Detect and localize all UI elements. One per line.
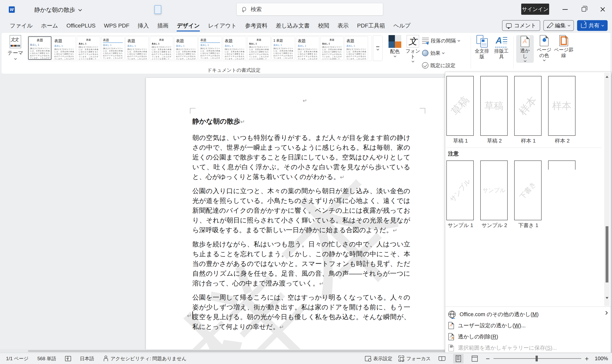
style-set-title: 表題	[225, 38, 245, 44]
ribbon-tabs: ファイル ホーム OfficePLUS WPS PDF 挿入	[0, 20, 415, 31]
ribbon-tab-label: ファイル	[10, 23, 33, 29]
effects-label: 効果	[430, 50, 440, 56]
editing-mode-button[interactable]: 編集	[543, 20, 574, 31]
document-page[interactable]: 样本 ↵ 静かな朝の散歩↵ 朝の空気は、いつも特別な香りがする。まだ人々が目を覚…	[146, 78, 493, 364]
style-set-item[interactable]: 表題 見出し 1 [挿入] タブのギャラリーには、文書全体の体裁に合わせて調整す…	[223, 36, 246, 60]
word-app-icon[interactable]: W	[9, 5, 19, 14]
zoom-slider-handle[interactable]	[536, 356, 538, 361]
effects-button[interactable]: 効果	[422, 48, 470, 58]
share-button[interactable]: 共有	[577, 20, 608, 31]
ribbon-tab[interactable]: レイアウト	[204, 20, 241, 31]
page-indicator[interactable]: 1/1 ページ	[6, 355, 28, 362]
vertical-scrollbar-thumb[interactable]	[606, 226, 608, 283]
scroll-up-icon[interactable]	[606, 74, 608, 78]
restore-button[interactable]	[577, 4, 590, 15]
zoom-out-button[interactable]: −	[486, 356, 490, 362]
language-indicator[interactable]: 日本語	[80, 355, 94, 362]
layout-tools-button[interactable]: 排版工具	[492, 35, 511, 59]
style-set-item[interactable]: 表題 見出し 1 [挿入] タブのギャラリーには、文書全体の体裁に合わせて調整す…	[296, 36, 319, 60]
ribbon-tab[interactable]: PDF工具箱	[353, 20, 389, 31]
accessibility-status[interactable]: アクセシビリティ: 問題ありません	[103, 355, 187, 362]
display-settings-button[interactable]: 表示設定	[365, 355, 393, 362]
ribbon-tab[interactable]: 表示	[333, 20, 353, 31]
style-set-item[interactable]: 表題 見出し 1 [挿入] タブのギャラリーには、文書全体の体裁に合わせて調整す…	[77, 36, 100, 60]
ribbon-tab[interactable]: ファイル	[6, 20, 37, 31]
format-options-stack: 段落の間隔 効果 既定に設定	[422, 36, 470, 71]
proofing-status[interactable]	[65, 356, 71, 361]
search-input[interactable]: 検索	[236, 3, 383, 15]
watermark-option-label: 下書き 1	[514, 222, 542, 229]
style-set-body: [挿入] タブのギャラリーには、文書全体の体裁に合わせて調整するためのアイテムが…	[322, 46, 342, 60]
ribbon-tab[interactable]: 参考資料	[241, 20, 272, 31]
document-body[interactable]: 静かな朝の散歩↵ 朝の空気は、いつも特別な香りがする。まだ人々が目を覚ます前の静…	[146, 78, 410, 332]
menu-item-custom-watermark[interactable]: ユーザー設定の透かし(W)...	[445, 320, 611, 331]
minimize-button[interactable]	[559, 4, 571, 15]
style-set-item[interactable]: 1 表題 見出し 1 [挿入] タブのギャラリーには、文書全体の体裁に合わせて調…	[272, 36, 295, 60]
vertical-scrollbar[interactable]	[604, 73, 610, 306]
ribbon-tab[interactable]: OfficePLUS	[62, 21, 100, 31]
watermark-option[interactable]: 草稿 草稿 1	[446, 76, 480, 144]
close-button[interactable]	[596, 4, 609, 15]
ribbon-tab[interactable]: 描画	[153, 20, 173, 31]
signin-button[interactable]: サインイン	[521, 4, 549, 15]
watermark-button[interactable]: 透かし	[516, 35, 534, 63]
style-set-item[interactable]: 表題 見出し 1 [挿入] タブのギャラリーには、文書全体の体裁に合わせて調整す…	[53, 36, 76, 60]
set-as-default-button[interactable]: 既定に設定	[422, 60, 470, 71]
paragraph-mark: ↵	[187, 312, 191, 319]
scroll-down-icon[interactable]	[606, 297, 608, 300]
print-layout-button[interactable]	[453, 354, 463, 364]
fonts-button[interactable]: フォント	[405, 35, 421, 62]
ribbon-tab[interactable]: 校閲	[314, 20, 333, 31]
watermark-option[interactable]: 样本 样本 2	[548, 76, 582, 144]
gallery-more-button[interactable]	[373, 36, 382, 61]
page-borders-button[interactable]: ページ罫線	[555, 35, 573, 58]
chevron-down-icon	[394, 55, 396, 57]
zoom-slider[interactable]	[493, 358, 581, 359]
watermark-option[interactable]: 草稿 草稿 2	[480, 76, 514, 144]
watermark-option[interactable]: 样本 样本 1	[514, 76, 548, 144]
style-set-item[interactable]: 表題 見出し 1 [挿入] タブのギャラリーには、文書全体の体裁に合わせて調整す…	[125, 36, 149, 60]
word-count[interactable]: 568 単語	[37, 355, 56, 362]
style-set-item[interactable]: 表題 見出し 1 [挿入] タブのギャラリーには、文書全体の体裁に合わせて調整す…	[150, 36, 173, 60]
watermark-option[interactable]	[548, 160, 582, 229]
style-set-item[interactable]: 表題 見出し 1 [挿入] タブのギャラリーには、文書全体の体裁に合わせて調整す…	[247, 36, 271, 60]
full-text-layout-button[interactable]: 全文排版	[473, 35, 491, 59]
style-set-title: 1 表題	[273, 38, 293, 43]
colors-button[interactable]: 配色	[386, 35, 403, 57]
zoom-level[interactable]: 100%	[595, 355, 608, 362]
watermark-option-label: 草稿 2	[480, 137, 508, 144]
style-set-item[interactable]: 表題 見出し 1 [挿入] タブのギャラリーには、文書全体の体裁に合わせて調整す…	[199, 36, 222, 60]
ribbon-tab[interactable]: デザイン	[173, 20, 204, 31]
watermark-icon	[521, 36, 529, 47]
paragraph-spacing-button[interactable]: 段落の間隔	[422, 36, 470, 46]
ribbon-tab[interactable]: ホーム	[37, 20, 62, 31]
ribbon-tab[interactable]: 挿入	[134, 20, 153, 31]
style-set-item[interactable]: 表題 見出し 1 [挿入] タブのギャラリーには、文書全体の体裁に合わせて調整す…	[174, 36, 198, 60]
search-placeholder: 検索	[251, 6, 262, 13]
watermark-option[interactable]: サンプル サンプル 1	[446, 160, 480, 229]
document-title-menu[interactable]: 静かな朝の散歩	[34, 6, 82, 14]
watermark-option[interactable]: サンプル サンプル 2	[480, 160, 514, 229]
style-set-item[interactable]: 表題 見出し 1 [挿入] タブのギャラリーには、文書全体の体裁に合わせて調整す…	[345, 36, 368, 60]
style-set-item[interactable]: 表題 見出し 1 [挿入] タブのギャラリーには、文書全体の体裁に合わせて調整す…	[101, 36, 124, 60]
watermark-option[interactable]: 下書き 下書き 1	[514, 160, 548, 229]
ribbon-tab[interactable]: WPS PDF	[100, 21, 134, 31]
ribbon-tab[interactable]: 差し込み文書	[272, 20, 314, 31]
horizontal-scrollbar-thumb[interactable]	[28, 350, 445, 352]
focus-mode-button[interactable]: フォーカス	[398, 355, 431, 362]
ribbon-tab[interactable]: ヘルプ	[389, 20, 415, 31]
web-layout-button[interactable]	[470, 354, 480, 364]
style-set-item[interactable]: 表題 見出し 1 [挿入] タブのギャラリーには、文書全体の体裁に合わせて調整す…	[320, 36, 344, 60]
menu-item-office-watermarks[interactable]: Office.com のその他の透かし(M)	[445, 309, 611, 320]
themes-button[interactable]: テーマ	[6, 35, 25, 72]
menu-item-remove-watermark[interactable]: 透かしの削除(R)	[445, 331, 611, 342]
comments-button[interactable]: コメント	[502, 20, 540, 31]
submenu-arrow-icon	[604, 311, 608, 314]
ribbon-tab-label: ホーム	[41, 23, 58, 29]
style-set-title: 表題	[322, 38, 342, 42]
page-color-button[interactable]: ページの色	[535, 35, 553, 61]
style-set-body: [挿入] タブのギャラリーには、文書全体の体裁に合わせて調整するためのアイテムが…	[346, 48, 366, 60]
zoom-in-button[interactable]: +	[585, 356, 589, 362]
style-set-item[interactable]: 表題 見出し 1 [挿入] タブのギャラリーには、文書全体の体裁に合わせて調整す…	[28, 36, 52, 60]
read-mode-button[interactable]	[437, 354, 447, 364]
